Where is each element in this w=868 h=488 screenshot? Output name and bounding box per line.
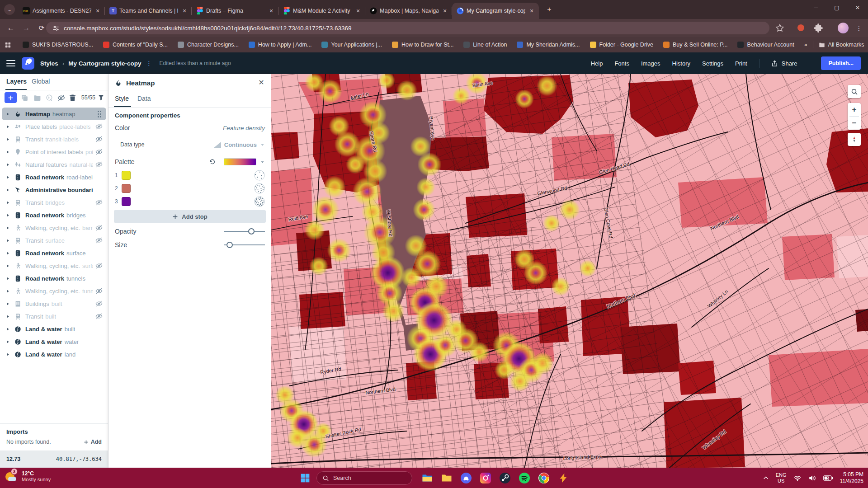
expand-arrow-icon[interactable] xyxy=(6,289,10,293)
delete-layer-icon[interactable] xyxy=(69,94,76,102)
bookmarks-overflow[interactable]: » xyxy=(804,42,807,48)
tab-close-icon[interactable]: ✕ xyxy=(268,7,275,14)
palette-gradient[interactable] xyxy=(224,158,256,165)
profile-avatar[interactable] xyxy=(838,23,849,33)
tab-layers[interactable]: Layers xyxy=(6,78,27,85)
tab-data[interactable]: Data xyxy=(137,95,151,102)
toggle-visibility-icon[interactable] xyxy=(57,94,65,102)
layer-row[interactable]: Administrative boundariesadmin xyxy=(0,183,108,196)
bookmark-item[interactable]: Your Applications |... xyxy=(321,42,382,48)
volume-icon[interactable] xyxy=(808,474,816,482)
browser-tab[interactable]: D2LAssignments - DESN27425 Inte✕ xyxy=(18,3,105,19)
taskbar-app-bolt[interactable] xyxy=(556,470,571,485)
new-tab-button[interactable]: + xyxy=(545,5,553,14)
tab-search-button[interactable]: ⌄ xyxy=(4,4,15,15)
eye-off-icon[interactable] xyxy=(95,262,103,269)
stop-color-swatch[interactable] xyxy=(122,184,131,193)
layer-row[interactable]: Heatmapheatmap xyxy=(2,108,106,120)
group-layers-icon[interactable] xyxy=(33,94,41,102)
header-link-fonts[interactable]: Fonts xyxy=(614,60,629,67)
bookmark-item[interactable]: My Sheridan Admis... xyxy=(517,42,580,48)
extensions-puzzle-icon[interactable] xyxy=(814,23,823,33)
apps-grid-icon[interactable] xyxy=(5,42,11,48)
bookmark-item[interactable]: SUKI'S DISASTROUS... xyxy=(23,42,93,48)
mapbox-logo[interactable] xyxy=(22,57,34,70)
close-panel-icon[interactable]: ✕ xyxy=(258,80,265,87)
add-stop-button[interactable]: Add stop xyxy=(114,210,266,223)
all-bookmarks-button[interactable]: All Bookmarks xyxy=(819,42,864,48)
expand-arrow-icon[interactable] xyxy=(6,137,10,141)
add-layer-button[interactable] xyxy=(5,92,17,103)
taskbar-app-folder[interactable] xyxy=(439,470,454,485)
reverse-palette-icon[interactable] xyxy=(209,159,216,165)
layer-row[interactable]: Transittransit-labels xyxy=(0,133,108,145)
style-title[interactable]: My Cartogram style-copy xyxy=(68,60,141,67)
expand-arrow-icon[interactable] xyxy=(6,327,10,331)
expand-arrow-icon[interactable] xyxy=(6,277,10,281)
eye-off-icon[interactable] xyxy=(95,287,103,295)
bookmark-item[interactable]: Line of Action xyxy=(463,42,507,48)
layer-row[interactable]: Land & waterwater xyxy=(0,335,108,348)
expand-arrow-icon[interactable] xyxy=(6,163,10,167)
publish-button[interactable]: Publish... xyxy=(821,56,861,70)
tab-close-icon[interactable]: ✕ xyxy=(354,7,362,14)
layer-row[interactable]: Road networkbridges xyxy=(0,209,108,221)
taskbar-search[interactable]: Search xyxy=(316,471,412,485)
expand-arrow-icon[interactable] xyxy=(6,175,10,179)
layer-row[interactable]: Road networksurface xyxy=(0,247,108,259)
expand-arrow-icon[interactable] xyxy=(6,314,10,319)
color-row[interactable]: Color Feature density xyxy=(108,122,271,134)
browser-menu-icon[interactable]: ⋮ xyxy=(854,23,864,33)
browser-tab[interactable]: M&M Module 2 Activity 2 Spati✕ xyxy=(278,3,365,19)
share-button[interactable]: Share xyxy=(771,60,797,67)
eye-off-icon[interactable] xyxy=(95,224,103,231)
filter-funnel-icon[interactable] xyxy=(98,94,104,101)
expand-arrow-icon[interactable] xyxy=(6,213,10,217)
taskbar-app-file-explorer[interactable] xyxy=(420,470,434,485)
expand-arrow-icon[interactable] xyxy=(6,340,10,344)
eye-off-icon[interactable] xyxy=(95,123,103,130)
opacity-slider[interactable] xyxy=(224,228,265,235)
expand-arrow-icon[interactable] xyxy=(6,201,10,205)
tab-close-icon[interactable]: ✕ xyxy=(94,7,101,14)
reload-button[interactable]: ⟳ xyxy=(36,23,47,33)
tab-close-icon[interactable]: ✕ xyxy=(528,7,535,14)
eye-off-icon[interactable] xyxy=(95,161,103,168)
start-button[interactable] xyxy=(298,471,312,485)
breadcrumb-styles[interactable]: Styles xyxy=(40,60,58,67)
expand-arrow-icon[interactable] xyxy=(6,226,10,230)
tab-style[interactable]: Style xyxy=(115,95,129,102)
layer-row[interactable]: Buildingsbuilt xyxy=(0,297,108,310)
eye-off-icon[interactable] xyxy=(95,313,103,320)
size-slider-knob[interactable] xyxy=(226,242,233,248)
weather-widget[interactable]: 3 12°C Mostly sunny xyxy=(5,469,51,483)
layer-row[interactable]: Transitbridges xyxy=(0,196,108,209)
bookmark-star-icon[interactable] xyxy=(775,23,784,33)
browser-tab[interactable]: My Cartogram style-copy | Map✕ xyxy=(452,3,539,19)
duplicate-layer-icon[interactable] xyxy=(21,94,28,102)
tab-close-icon[interactable]: ✕ xyxy=(181,7,188,14)
tab-close-icon[interactable]: ✕ xyxy=(441,7,448,14)
eye-off-icon[interactable] xyxy=(95,136,103,143)
expand-arrow-icon[interactable] xyxy=(6,352,10,357)
browser-tab[interactable]: Drafts – Figma✕ xyxy=(192,3,278,19)
address-bar[interactable]: console.mapbox.com/studio/styles/sodsukh… xyxy=(46,22,769,34)
bookmark-item[interactable]: How to Draw for St... xyxy=(392,42,453,48)
imports-add-button[interactable]: Add xyxy=(84,439,102,445)
eye-off-icon[interactable] xyxy=(95,237,103,244)
back-button[interactable]: ← xyxy=(5,23,16,33)
layer-row[interactable]: Walking, cycling, etc.barriers-bridg xyxy=(0,221,108,234)
expand-arrow-icon[interactable] xyxy=(6,302,10,306)
expand-arrow-icon[interactable] xyxy=(6,112,10,116)
chevron-down-icon[interactable] xyxy=(260,160,265,164)
size-slider[interactable] xyxy=(224,242,265,248)
stop-color-swatch[interactable] xyxy=(122,171,131,180)
extension-icon[interactable] xyxy=(797,24,804,31)
expand-arrow-icon[interactable] xyxy=(6,150,10,154)
wifi-icon[interactable] xyxy=(793,474,802,482)
layer-row[interactable]: Road networkroad-labels xyxy=(0,171,108,183)
layer-row[interactable]: Walking, cycling, etc.tunnels xyxy=(0,285,108,297)
zoom-in-button[interactable]: + xyxy=(848,103,861,116)
header-link-images[interactable]: Images xyxy=(641,60,660,67)
tray-chevron-up-icon[interactable] xyxy=(763,475,769,481)
